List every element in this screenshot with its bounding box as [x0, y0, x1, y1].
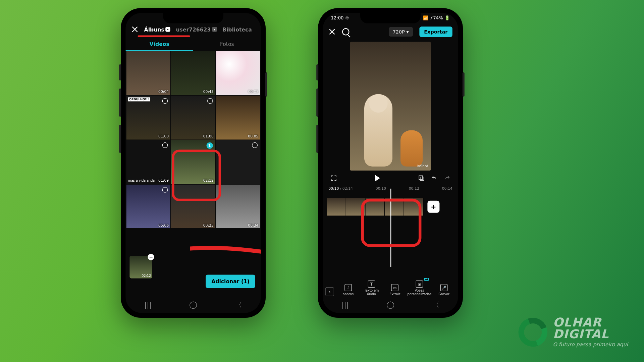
duration-label: 00:05	[248, 90, 258, 94]
ruler-tick: 00:14	[442, 187, 452, 191]
nav-recents-icon[interactable]: |||	[144, 300, 152, 310]
subtab-photos[interactable]: Fotos	[193, 38, 261, 51]
add-button[interactable]: Adicionar (1)	[206, 275, 255, 288]
tool-label: Texto em áudio	[364, 289, 379, 296]
timeline-frame[interactable]	[366, 198, 385, 216]
mic-icon: 🎤	[440, 284, 448, 291]
timeline[interactable]: +	[323, 195, 458, 219]
media-cell[interactable]: mas a vida anda01:09	[126, 140, 170, 184]
copy-icon[interactable]	[418, 175, 425, 182]
select-circle-icon[interactable]	[207, 98, 213, 104]
select-circle-icon[interactable]	[162, 142, 168, 148]
duration-label: 02:12	[142, 274, 151, 278]
svg-rect-0	[419, 176, 423, 179]
timeline-frame[interactable]	[327, 198, 346, 216]
duration-label: 01:00	[158, 134, 169, 138]
subtab-videos[interactable]: Vídeos	[125, 38, 193, 51]
tray-thumb[interactable]: − 02:12	[129, 256, 152, 278]
duration-label: 01:00	[203, 134, 214, 138]
android-navbar: ||| ◯ 〈	[125, 300, 261, 310]
tab-library-label: Biblioteca	[222, 26, 252, 33]
ruler-tick: 00:12	[409, 187, 419, 191]
media-subtabs: Vídeos Fotos	[125, 38, 261, 51]
tool-sounds[interactable]: ♪onoros	[336, 284, 360, 296]
tab-library[interactable]: Biblioteca	[222, 26, 252, 33]
logo-tagline: O futuro passa primeiro aqui	[553, 342, 628, 348]
resolution-dropdown[interactable]: 720P ▾	[389, 27, 413, 37]
redo-icon[interactable]	[443, 175, 451, 182]
duration-label: 00:25	[203, 223, 214, 227]
media-cell[interactable]: ORGULHO!!!01:00	[126, 96, 170, 139]
tab-albums[interactable]: Álbuns ▾	[144, 26, 170, 33]
preview-watermark: InShot	[417, 164, 428, 168]
phone-vol-up	[119, 88, 121, 117]
folder-icon: ▭	[391, 284, 398, 291]
total-time: 02:14	[342, 187, 353, 191]
current-time: 00:10	[328, 187, 339, 191]
nav-back-icon[interactable]: 〈	[432, 300, 439, 310]
chevron-down-icon: ▾	[212, 27, 217, 32]
media-cell[interactable]	[216, 140, 260, 184]
media-cell[interactable]: 00:43	[171, 51, 215, 95]
select-circle-icon[interactable]	[252, 142, 258, 148]
phone-power-button	[265, 72, 267, 97]
select-circle-icon[interactable]	[162, 187, 168, 192]
tools-back-button[interactable]: ‹	[325, 287, 334, 296]
tab-user[interactable]: user726623 ▾	[176, 26, 217, 33]
olhar-digital-watermark: OLHARDIGITAL O futuro passa primeiro aqu…	[518, 317, 628, 348]
phone-mute-switch	[119, 64, 121, 80]
phone-vol-down	[119, 125, 121, 153]
ruler-tick: 00:10	[376, 187, 386, 191]
status-time: 12:00 ♾	[331, 15, 349, 21]
media-cell[interactable]: 00:25	[171, 184, 215, 228]
search-icon[interactable]	[342, 28, 350, 36]
duration-label: 00:05	[248, 134, 258, 138]
timeline-clips[interactable]	[327, 198, 423, 216]
voice-icon: ◉	[416, 280, 423, 288]
fullscreen-icon[interactable]	[330, 175, 337, 182]
status-battery: 📶 ⚡74% 🔋	[423, 15, 450, 21]
play-icon[interactable]	[375, 175, 380, 181]
phone-vol-down	[316, 125, 318, 153]
music-icon: ♪	[344, 284, 352, 291]
tool-label: Gravar	[438, 292, 449, 296]
tool-record[interactable]: 🎤Gravar	[432, 284, 456, 296]
media-cell[interactable]: 00:04	[126, 51, 170, 95]
media-cell[interactable]: 05:06	[126, 184, 170, 228]
export-button[interactable]: Exportar	[419, 26, 452, 37]
timeline-frame[interactable]	[404, 198, 424, 216]
phone-vol-up	[316, 88, 318, 117]
phone-editor: 12:00 ♾ 📶 ⚡74% 🔋 720P ▾ Exportar InShot	[318, 8, 463, 318]
select-circle-icon[interactable]	[162, 98, 168, 104]
add-clip-button[interactable]: +	[427, 201, 439, 213]
nav-home-icon[interactable]: ◯	[386, 300, 394, 310]
undo-icon[interactable]	[431, 175, 438, 182]
timeline-frame[interactable]	[346, 198, 366, 216]
nav-home-icon[interactable]: ◯	[189, 300, 197, 310]
tool-custom-voices[interactable]: ◉Vozes personalizadas	[407, 280, 432, 296]
tool-label: Extrair	[389, 292, 400, 296]
playhead[interactable]	[390, 189, 391, 267]
nav-recents-icon[interactable]: |||	[341, 300, 349, 310]
phone-notch	[163, 13, 223, 23]
tool-text-audio[interactable]: TTexto em áudio	[360, 280, 383, 296]
timeline-frame[interactable]	[385, 198, 404, 216]
nav-back-icon[interactable]: 〈	[235, 300, 242, 310]
media-cell[interactable]: 01:00	[171, 96, 215, 139]
close-icon[interactable]	[328, 28, 336, 36]
tool-extract[interactable]: ▭Extrair	[383, 284, 407, 296]
preview-subject	[400, 130, 423, 167]
duration-label: 00:43	[203, 90, 214, 94]
selection-tray: − 02:12	[129, 256, 152, 278]
player-controls	[323, 171, 458, 186]
remove-icon[interactable]: −	[148, 254, 154, 260]
cell-caption: mas a vida anda	[128, 179, 155, 183]
media-cell[interactable]: 00:05	[216, 51, 260, 95]
media-cell[interactable]: 00:05	[216, 96, 260, 139]
media-cell-selected[interactable]: 102:12	[171, 140, 215, 184]
close-icon[interactable]	[131, 26, 139, 33]
cell-label: ORGULHO!!!	[128, 97, 150, 101]
media-cell[interactable]: 00:34	[216, 184, 260, 228]
video-preview[interactable]: InShot	[350, 42, 431, 171]
duration-label: 01:09	[158, 179, 169, 183]
